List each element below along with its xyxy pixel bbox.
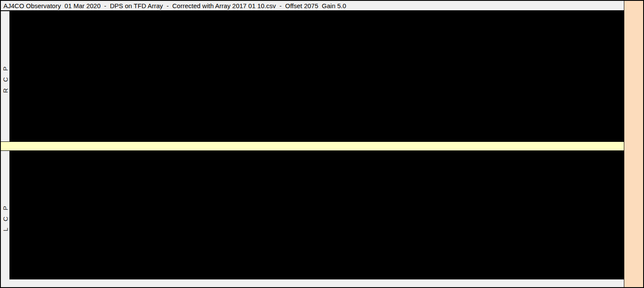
frequency-axis	[624, 1, 643, 287]
spectrograph-window: AJ4CO Observatory 01 Mar 2020 - DPS on T…	[0, 0, 644, 288]
rcp-label-text: RCP	[2, 60, 9, 93]
window-title: AJ4CO Observatory 01 Mar 2020 - DPS on T…	[1, 1, 624, 11]
bottom-margin-strip	[1, 279, 624, 287]
spectrogram-rcp-canvas	[9, 11, 624, 141]
panel-label-lcp: LCP	[1, 172, 9, 258]
lcp-label-text: LCP	[2, 199, 9, 231]
spectrogram-lcp-canvas	[9, 151, 624, 279]
time-axis	[1, 141, 624, 151]
panel-label-rcp: RCP	[1, 33, 9, 119]
